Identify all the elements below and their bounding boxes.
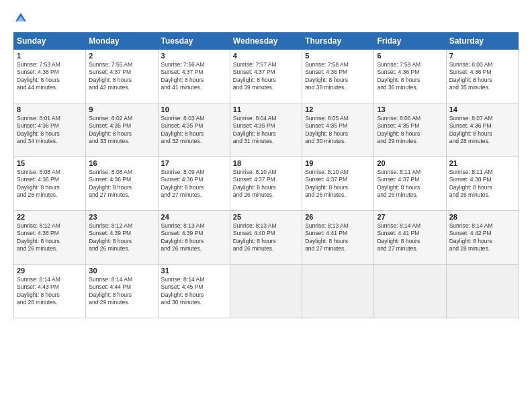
day-cell: [446, 265, 518, 318]
day-info: Sunrise: 8:00 AMSunset: 4:36 PMDaylight:…: [449, 61, 515, 92]
day-cell: 3Sunrise: 7:56 AMSunset: 4:37 PMDaylight…: [158, 50, 230, 103]
day-info: Sunrise: 8:04 AMSunset: 4:35 PMDaylight:…: [233, 115, 299, 146]
day-cell: 24Sunrise: 8:13 AMSunset: 4:39 PMDayligh…: [158, 211, 230, 265]
weekday-header-saturday: Saturday: [446, 33, 518, 50]
day-cell: 4Sunrise: 7:57 AMSunset: 4:37 PMDaylight…: [230, 50, 302, 103]
day-number: 30: [89, 267, 154, 275]
week-row-3: 15Sunrise: 8:08 AMSunset: 4:36 PMDayligh…: [14, 157, 519, 211]
day-number: 1: [17, 52, 83, 60]
day-number: 23: [89, 213, 154, 221]
day-number: 21: [449, 159, 515, 167]
day-number: 13: [377, 105, 443, 113]
weekday-header-row: SundayMondayTuesdayWednesdayThursdayFrid…: [14, 33, 519, 50]
day-info: Sunrise: 8:08 AMSunset: 4:36 PMDaylight:…: [17, 169, 83, 199]
day-cell: 8Sunrise: 8:01 AMSunset: 4:36 PMDaylight…: [14, 103, 86, 157]
day-info: Sunrise: 8:02 AMSunset: 4:35 PMDaylight:…: [89, 115, 154, 146]
day-cell: 14Sunrise: 8:07 AMSunset: 4:36 PMDayligh…: [446, 103, 518, 157]
day-info: Sunrise: 8:10 AMSunset: 4:37 PMDaylight:…: [305, 169, 371, 199]
day-info: Sunrise: 7:53 AMSunset: 4:38 PMDaylight:…: [17, 61, 83, 92]
day-info: Sunrise: 7:56 AMSunset: 4:37 PMDaylight:…: [161, 61, 227, 92]
day-cell: 21Sunrise: 8:11 AMSunset: 4:38 PMDayligh…: [446, 157, 518, 211]
day-number: 27: [377, 213, 443, 221]
day-info: Sunrise: 8:14 AMSunset: 4:44 PMDaylight:…: [89, 276, 154, 307]
day-cell: 10Sunrise: 8:03 AMSunset: 4:35 PMDayligh…: [158, 103, 230, 157]
day-number: 31: [161, 267, 227, 275]
day-info: Sunrise: 8:14 AMSunset: 4:45 PMDaylight:…: [161, 276, 227, 307]
day-info: Sunrise: 8:11 AMSunset: 4:38 PMDaylight:…: [449, 169, 515, 199]
day-number: 3: [161, 52, 227, 60]
weekday-header-friday: Friday: [374, 33, 446, 50]
day-number: 24: [161, 213, 227, 221]
day-info: Sunrise: 7:57 AMSunset: 4:37 PMDaylight:…: [233, 61, 299, 92]
day-number: 7: [449, 52, 515, 60]
day-info: Sunrise: 8:08 AMSunset: 4:36 PMDaylight:…: [89, 169, 154, 199]
day-cell: 2Sunrise: 7:55 AMSunset: 4:37 PMDaylight…: [86, 50, 158, 103]
day-info: Sunrise: 8:05 AMSunset: 4:35 PMDaylight:…: [305, 115, 371, 146]
day-number: 20: [377, 159, 443, 167]
day-info: Sunrise: 8:06 AMSunset: 4:35 PMDaylight:…: [377, 115, 443, 146]
week-row-4: 22Sunrise: 8:12 AMSunset: 4:38 PMDayligh…: [14, 211, 519, 265]
day-cell: 31Sunrise: 8:14 AMSunset: 4:45 PMDayligh…: [158, 265, 230, 318]
page: SundayMondayTuesdayWednesdayThursdayFrid…: [0, 0, 532, 411]
day-info: Sunrise: 8:07 AMSunset: 4:36 PMDaylight:…: [449, 115, 515, 146]
day-cell: [374, 265, 446, 318]
day-info: Sunrise: 7:58 AMSunset: 4:36 PMDaylight:…: [305, 61, 371, 92]
day-cell: 16Sunrise: 8:08 AMSunset: 4:36 PMDayligh…: [86, 157, 158, 211]
day-info: Sunrise: 8:12 AMSunset: 4:38 PMDaylight:…: [17, 222, 83, 253]
logo: [13, 11, 30, 26]
day-info: Sunrise: 8:14 AMSunset: 4:41 PMDaylight:…: [377, 222, 443, 253]
day-cell: 9Sunrise: 8:02 AMSunset: 4:35 PMDaylight…: [86, 103, 158, 157]
day-number: 16: [89, 159, 154, 167]
day-cell: 1Sunrise: 7:53 AMSunset: 4:38 PMDaylight…: [14, 50, 86, 103]
weekday-header-sunday: Sunday: [14, 33, 86, 50]
day-cell: 30Sunrise: 8:14 AMSunset: 4:44 PMDayligh…: [86, 265, 158, 318]
day-info: Sunrise: 8:13 AMSunset: 4:41 PMDaylight:…: [305, 222, 371, 253]
weekday-header-wednesday: Wednesday: [230, 33, 302, 50]
day-cell: 18Sunrise: 8:10 AMSunset: 4:37 PMDayligh…: [230, 157, 302, 211]
day-cell: 12Sunrise: 8:05 AMSunset: 4:35 PMDayligh…: [302, 103, 374, 157]
day-cell: 23Sunrise: 8:12 AMSunset: 4:39 PMDayligh…: [86, 211, 158, 265]
day-info: Sunrise: 8:01 AMSunset: 4:36 PMDaylight:…: [17, 115, 83, 146]
day-cell: 29Sunrise: 8:14 AMSunset: 4:43 PMDayligh…: [14, 265, 86, 318]
weekday-header-monday: Monday: [86, 33, 158, 50]
day-number: 11: [233, 105, 299, 113]
day-info: Sunrise: 7:59 AMSunset: 4:36 PMDaylight:…: [377, 61, 443, 92]
day-number: 6: [377, 52, 443, 60]
day-number: 26: [305, 213, 371, 221]
day-info: Sunrise: 8:10 AMSunset: 4:37 PMDaylight:…: [233, 169, 299, 199]
header: [13, 11, 519, 26]
day-number: 12: [305, 105, 371, 113]
day-cell: 26Sunrise: 8:13 AMSunset: 4:41 PMDayligh…: [302, 211, 374, 265]
week-row-5: 29Sunrise: 8:14 AMSunset: 4:43 PMDayligh…: [14, 265, 519, 318]
day-number: 15: [17, 159, 83, 167]
day-info: Sunrise: 8:09 AMSunset: 4:36 PMDaylight:…: [161, 169, 227, 199]
day-cell: 11Sunrise: 8:04 AMSunset: 4:35 PMDayligh…: [230, 103, 302, 157]
day-info: Sunrise: 8:14 AMSunset: 4:43 PMDaylight:…: [17, 276, 83, 307]
day-number: 14: [449, 105, 515, 113]
day-number: 17: [161, 159, 227, 167]
day-number: 10: [161, 105, 227, 113]
day-cell: 27Sunrise: 8:14 AMSunset: 4:41 PMDayligh…: [374, 211, 446, 265]
day-cell: 6Sunrise: 7:59 AMSunset: 4:36 PMDaylight…: [374, 50, 446, 103]
day-number: 18: [233, 159, 299, 167]
day-cell: 22Sunrise: 8:12 AMSunset: 4:38 PMDayligh…: [14, 211, 86, 265]
day-info: Sunrise: 8:03 AMSunset: 4:35 PMDaylight:…: [161, 115, 227, 146]
day-cell: 19Sunrise: 8:10 AMSunset: 4:37 PMDayligh…: [302, 157, 374, 211]
day-cell: [302, 265, 374, 318]
day-info: Sunrise: 8:11 AMSunset: 4:37 PMDaylight:…: [377, 169, 443, 199]
day-info: Sunrise: 8:13 AMSunset: 4:39 PMDaylight:…: [161, 222, 227, 253]
week-row-2: 8Sunrise: 8:01 AMSunset: 4:36 PMDaylight…: [14, 103, 519, 157]
day-number: 5: [305, 52, 371, 60]
day-number: 22: [17, 213, 83, 221]
day-info: Sunrise: 7:55 AMSunset: 4:37 PMDaylight:…: [89, 61, 154, 92]
day-cell: 13Sunrise: 8:06 AMSunset: 4:35 PMDayligh…: [374, 103, 446, 157]
weekday-header-thursday: Thursday: [302, 33, 374, 50]
day-cell: 7Sunrise: 8:00 AMSunset: 4:36 PMDaylight…: [446, 50, 518, 103]
logo-icon: [13, 11, 28, 26]
day-cell: 17Sunrise: 8:09 AMSunset: 4:36 PMDayligh…: [158, 157, 230, 211]
day-info: Sunrise: 8:14 AMSunset: 4:42 PMDaylight:…: [449, 222, 515, 253]
day-cell: 20Sunrise: 8:11 AMSunset: 4:37 PMDayligh…: [374, 157, 446, 211]
day-info: Sunrise: 8:13 AMSunset: 4:40 PMDaylight:…: [233, 222, 299, 253]
day-cell: 15Sunrise: 8:08 AMSunset: 4:36 PMDayligh…: [14, 157, 86, 211]
day-cell: [230, 265, 302, 318]
